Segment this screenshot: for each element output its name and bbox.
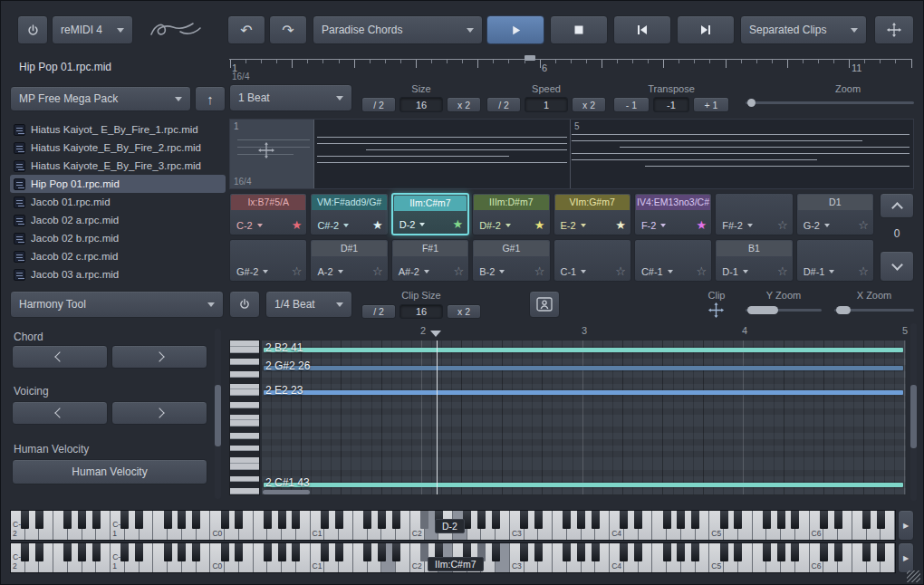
piano-key-black[interactable] (777, 511, 785, 529)
piano-key-black[interactable] (35, 511, 43, 529)
playhead-marker[interactable] (430, 331, 441, 337)
piano-key-black[interactable] (634, 543, 642, 561)
playhead-line[interactable] (437, 340, 438, 494)
pads-octave-down-button[interactable] (880, 251, 914, 282)
piano-key-black[interactable] (791, 543, 799, 561)
roll-key[interactable] (230, 433, 259, 439)
pad-note-dropdown[interactable]: A-2 (317, 266, 342, 277)
roll-key[interactable] (230, 347, 259, 353)
piano-key-black[interactable] (35, 543, 43, 561)
transpose-up-button[interactable]: + 1 (693, 97, 729, 112)
tool-dropdown[interactable]: Harmony Tool (10, 291, 224, 318)
piano-key-black[interactable] (335, 543, 343, 561)
pad-note-dropdown[interactable]: D#-2 (479, 220, 511, 231)
piano-key-black[interactable] (178, 511, 186, 529)
piano-key-black[interactable] (192, 543, 200, 561)
timeline-ruler[interactable]: 16/4 1611 (229, 53, 914, 81)
roll-key[interactable] (230, 427, 259, 433)
piano-key-black[interactable] (363, 511, 371, 529)
roll-key[interactable] (230, 415, 259, 421)
loop-marker[interactable] (525, 55, 535, 61)
star-icon[interactable]: ★ (372, 219, 383, 231)
piano-key-black[interactable] (164, 543, 172, 561)
chord-pad[interactable]: B1D-1☆ (715, 239, 793, 282)
piano-key-black[interactable] (691, 543, 699, 561)
timeline-zoom-slider[interactable] (746, 101, 914, 104)
piano-key-black[interactable] (520, 511, 528, 529)
chord-pad[interactable]: IV4:EM13no3/C#F-2★ (634, 193, 712, 235)
roll-key[interactable] (230, 408, 259, 415)
pad-note-dropdown[interactable]: B-2 (479, 266, 505, 277)
star-icon[interactable]: ☆ (858, 265, 869, 277)
piano-key-black[interactable] (620, 511, 628, 529)
roll-key[interactable] (230, 420, 259, 427)
piano-key-black[interactable] (620, 543, 628, 561)
roll-key[interactable] (230, 402, 259, 408)
midi-note[interactable] (264, 390, 903, 395)
piano-key-black[interactable] (677, 543, 685, 561)
piano-key-black[interactable] (663, 511, 671, 529)
star-icon[interactable]: ☆ (777, 219, 788, 231)
star-icon[interactable]: ★ (292, 219, 303, 231)
resize-grip[interactable] (907, 571, 920, 582)
roll-key[interactable] (230, 470, 259, 476)
midi-note[interactable] (264, 348, 903, 352)
chord-pad[interactable]: C-1☆ (553, 239, 631, 282)
roll-key[interactable] (230, 365, 259, 371)
chord-pad[interactable]: IIIm:D#m7D#-2★ (472, 193, 550, 235)
roll-grid[interactable]: 2 B2 412 G#2 262 E2 232 C#1 43 (261, 340, 907, 495)
piano-key-black[interactable] (264, 511, 272, 529)
speed-value[interactable]: 1 (525, 97, 568, 112)
human-velocity-button[interactable]: Human Velocity (12, 459, 207, 484)
file-list-item[interactable]: Jacob 03 a.rpc.mid (10, 265, 226, 282)
quantize-dropdown[interactable]: 1 Beat (229, 84, 352, 111)
chord-pad[interactable]: VIm:G#m7E-2★ (553, 193, 631, 235)
pad-note-dropdown[interactable]: D#-1 (804, 266, 835, 277)
piano-key-black[interactable] (135, 511, 143, 529)
piano-key-black[interactable] (135, 543, 143, 561)
size-halve-button[interactable]: / 2 (361, 97, 396, 112)
keyboard-top[interactable]: C-2C-1C0C1C2C3C4C5C6D-2 (10, 510, 896, 541)
roll-key[interactable] (230, 457, 259, 464)
roll-key[interactable] (230, 359, 259, 365)
keyboard-top-scroll-button[interactable]: ▶ (898, 510, 914, 541)
piano-key-black[interactable] (235, 511, 243, 529)
pad-note-dropdown[interactable]: C-2 (236, 220, 263, 231)
piano-key-black[interactable] (820, 543, 828, 561)
file-list-item[interactable]: Jacob 02 b.rpc.mid (10, 229, 226, 247)
roll-hscroll-handle[interactable] (263, 490, 310, 494)
file-list-item[interactable]: Hip Pop 01.rpc.mid (10, 175, 226, 193)
keyboard-bottom[interactable]: C-2C-1C0C1C2C3C4C5C6IIm:C#m7 (10, 542, 896, 573)
piano-key-black[interactable] (278, 543, 286, 561)
star-icon[interactable]: ☆ (777, 265, 788, 277)
roll-key[interactable] (230, 488, 259, 494)
pad-note-dropdown[interactable]: D-2 (399, 219, 426, 230)
undo-button[interactable]: ↶ (227, 15, 265, 44)
piano-key-black[interactable] (264, 543, 272, 561)
pad-note-dropdown[interactable]: F-2 (641, 220, 667, 231)
piano-key-black[interactable] (563, 511, 571, 529)
piano-key-black[interactable] (92, 511, 101, 529)
piano-key-black[interactable] (492, 543, 500, 561)
redo-button[interactable]: ↷ (269, 15, 307, 44)
piano-key-black[interactable] (392, 511, 400, 529)
clip-size-halve-button[interactable]: / 2 (361, 304, 396, 319)
chord-pad[interactable]: IIm:C#m7D-2★ (391, 193, 469, 235)
piano-key-black[interactable] (720, 543, 728, 561)
piano-key-black[interactable] (791, 511, 799, 529)
chord-pad[interactable]: VM:F#add9/G#C#-2★ (310, 193, 388, 235)
star-icon[interactable]: ☆ (292, 265, 303, 277)
piano-key-black[interactable] (691, 511, 699, 529)
roll-key[interactable] (230, 451, 259, 457)
piano-key-black[interactable] (235, 543, 243, 561)
piano-key-black[interactable] (292, 511, 300, 529)
move-window-button[interactable] (874, 15, 914, 44)
timeline-zoom-handle[interactable] (747, 99, 756, 107)
star-icon[interactable]: ☆ (453, 265, 464, 277)
skip-to-end-button[interactable] (677, 15, 735, 44)
piano-key-black[interactable] (592, 511, 600, 529)
star-icon[interactable]: ★ (534, 219, 545, 231)
piano-key-black[interactable] (221, 511, 229, 529)
roll-key[interactable] (230, 371, 259, 378)
piano-key-black[interactable] (378, 543, 386, 561)
